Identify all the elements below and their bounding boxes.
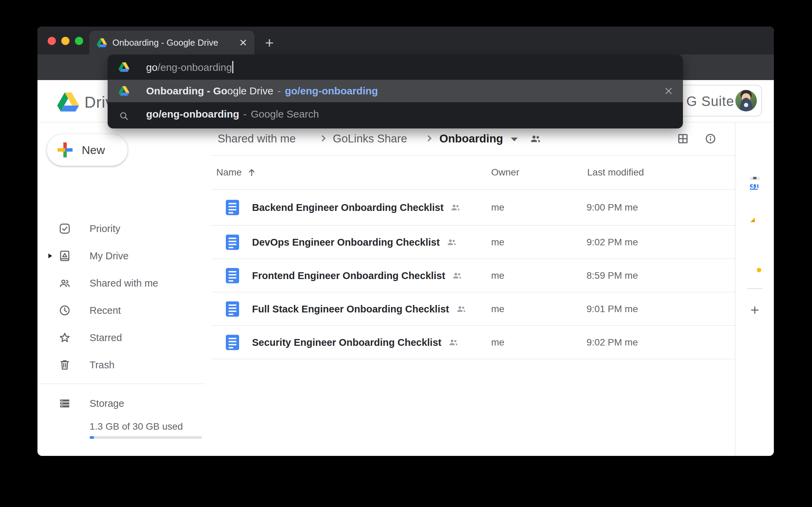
calendar-icon[interactable]: 31 [750,177,760,192]
sidebar-item-trash[interactable]: Trash [37,351,211,379]
file-name: Security Engineer Onboarding Checklist [252,337,441,348]
file-name: Full Stack Engineer Onboarding Checklist [252,303,449,314]
drive-favicon-icon [119,86,129,96]
drive-favicon-icon [97,38,107,47]
expand-arrow-icon[interactable] [48,253,52,258]
shared-people-icon [448,337,458,348]
column-header-modified[interactable]: Last modified [587,167,644,178]
folder-shared-icon [530,133,541,144]
sidebar-item-shared-with-me[interactable]: Shared with me [37,270,211,297]
column-header-owner[interactable]: Owner [491,167,519,178]
sidebar-item-storage[interactable]: Storage [37,390,211,417]
file-modified: 8:59 PM me [587,270,638,281]
shared-people-icon [59,277,71,289]
browser-window: Onboarding - Google Drive [37,27,774,456]
chevron-right-icon [319,135,325,141]
file-name: DevOps Engineer Onboarding Checklist [252,236,440,248]
suggestion-drive-result[interactable]: Onboarding - Google Drive-go/eng-onboard… [108,80,683,102]
tab-close-icon[interactable] [238,37,248,48]
sidebar-item-priority[interactable]: Priority [37,215,211,242]
search-icon [119,110,129,120]
folder-menu-caret-icon[interactable] [511,138,518,141]
tab-title: Onboarding - Google Drive [112,37,238,48]
suggestion-text: Onboarding - Google Drive-go/eng-onboard… [146,85,378,97]
storage-icon [59,397,71,410]
add-addon-button[interactable] [749,304,761,317]
minimize-window-button[interactable] [61,37,69,45]
my-drive-icon [59,250,71,262]
sidebar: New Priority My Drive Shared with me Rec… [37,122,211,456]
breadcrumb-onboarding[interactable]: Onboarding [439,132,503,145]
tab-strip: Onboarding - Google Drive [37,27,774,55]
file-owner: me [491,337,504,348]
sidebar-item-recent[interactable]: Recent [37,297,211,324]
grid-view-icon[interactable] [677,133,689,144]
file-modified: 9:01 PM me [587,304,638,314]
suggestion-google-search[interactable]: go/eng-onboarding-Google Search [108,102,683,128]
priority-icon [59,222,71,235]
storage-usage-text: 1.3 GB of 30 GB used [90,421,183,432]
file-owner: me [491,304,504,314]
storage-progress-bar [90,436,202,439]
google-docs-icon [226,200,239,215]
file-row[interactable]: Full Stack Engineer Onboarding Checklist… [211,292,735,326]
breadcrumb-golinks-share[interactable]: GoLinks Share [333,132,407,145]
file-modified: 9:02 PM me [587,337,638,348]
new-button[interactable]: New [47,134,128,166]
sidebar-item-starred[interactable]: Starred [37,324,211,351]
table-header: Name Owner Last modified [211,156,735,189]
file-modified: 9:00 PM me [587,202,638,213]
gsuite-label: G Suite [686,94,734,109]
info-icon[interactable] [705,133,716,144]
omnibox-dropdown: go/eng-onboarding Onboarding - Google Dr… [108,55,683,128]
sort-ascending-icon [247,167,257,178]
breadcrumb-shared-with-me[interactable]: Shared with me [218,132,296,145]
omnibox-input[interactable]: go/eng-onboarding [146,61,233,73]
sidebar-divider [37,384,205,384]
google-docs-icon [226,234,239,250]
file-name: Frontend Engineer Onboarding Checklist [252,270,445,281]
browser-tab[interactable]: Onboarding - Google Drive [89,31,254,55]
clock-icon [59,304,71,317]
shared-people-icon [452,271,462,281]
file-owner: me [491,202,504,213]
star-icon [59,332,71,344]
file-row[interactable]: Frontend Engineer Onboarding Checklist m… [211,259,735,292]
new-button-label: New [82,143,105,157]
trash-icon [59,359,71,371]
close-window-button[interactable] [48,37,56,45]
drive-favicon-icon [119,62,129,72]
new-tab-button[interactable] [264,37,275,48]
new-plus-icon [58,142,73,157]
suggestion-text: go/eng-onboarding-Google Search [146,108,319,120]
file-modified: 9:02 PM me [587,237,638,248]
file-row[interactable]: Security Engineer Onboarding Checklist m… [211,326,735,359]
shared-people-icon [450,202,460,213]
sidebar-item-my-drive[interactable]: My Drive [37,242,211,270]
text-cursor [232,61,233,73]
shared-people-icon [447,237,457,247]
file-row[interactable]: DevOps Engineer Onboarding Checklist me … [211,226,735,259]
remove-suggestion-icon[interactable] [663,85,674,97]
zoom-window-button[interactable] [75,37,83,45]
omnibox[interactable]: go/eng-onboarding [108,55,683,80]
shared-people-icon [456,304,466,314]
chevron-right-icon [425,135,431,141]
drive-page: Drive G Suite New Priority My Drive [37,80,774,456]
google-docs-icon [226,335,239,350]
window-controls [48,37,83,45]
file-name: Backend Engineer Onboarding Checklist [252,202,443,213]
rail-divider [747,288,762,289]
drive-logo-icon[interactable] [57,92,79,112]
google-docs-icon [226,301,239,317]
apps-side-rail: 31 [735,122,774,456]
file-owner: me [491,270,504,281]
storage-progress-fill [90,436,94,439]
gsuite-badge: G Suite [676,85,762,117]
column-header-name[interactable]: Name [216,167,257,178]
file-row[interactable]: Backend Engineer Onboarding Checklist me… [211,189,735,226]
file-owner: me [491,237,504,248]
google-docs-icon [226,268,239,283]
account-avatar[interactable] [735,90,757,111]
